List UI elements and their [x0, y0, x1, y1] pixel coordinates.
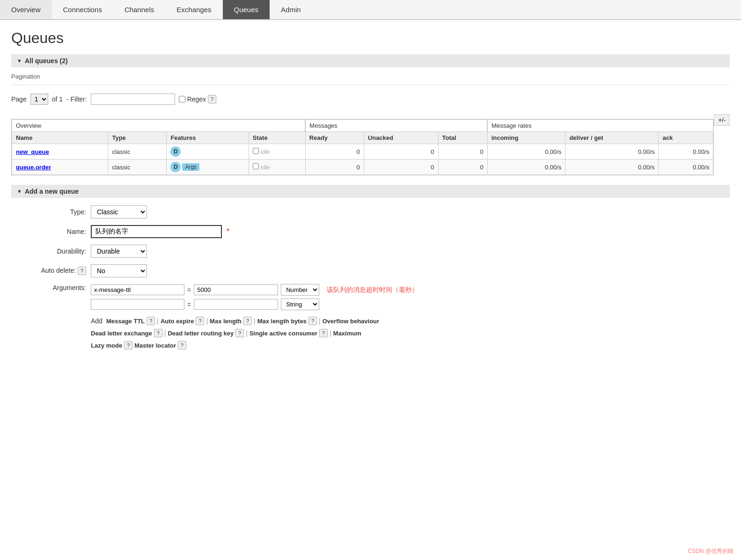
shortcut-max-length[interactable]: Max length — [210, 318, 242, 325]
queue-unacked: 0 — [364, 160, 438, 175]
auto-expire-help[interactable]: ? — [196, 317, 204, 325]
add-queue-header[interactable]: ▼ Add a new queue — [11, 185, 730, 198]
table-row[interactable]: queue.orderclassicDArgsidle0000.00/s0.00… — [12, 160, 713, 175]
durability-row: Durability: Durable Transient — [39, 245, 730, 258]
chevron-icon: ▼ — [17, 58, 22, 64]
shortcuts-row-3: Lazy mode ? Master locator ? — [39, 341, 730, 349]
filter-label: - Filter: — [66, 95, 87, 103]
max-length-help[interactable]: ? — [243, 317, 252, 325]
dead-letter-routing-key-help[interactable]: ? — [235, 329, 244, 337]
regex-checkbox[interactable] — [179, 96, 185, 102]
queue-ack: 0.00/s — [659, 160, 713, 175]
queue-type: classic — [108, 144, 167, 160]
arg2-key-input[interactable] — [91, 299, 184, 310]
pagination-section: Pagination Page 1 of 1 - Filter: Regex ? — [11, 67, 730, 114]
arg1-val-input[interactable] — [194, 284, 278, 295]
queue-incoming: 0.00/s — [487, 144, 565, 160]
queue-ready: 0 — [305, 160, 364, 175]
shortcut-master-locator[interactable]: Master locator — [134, 342, 176, 349]
nav-item-queues[interactable]: Queues — [223, 0, 270, 19]
name-row: Name: * — [39, 225, 730, 238]
lazy-mode-help[interactable]: ? — [124, 341, 132, 349]
nav-item-channels[interactable]: Channels — [113, 0, 165, 19]
col-type: Type — [108, 132, 167, 144]
arg2-val-input[interactable] — [194, 299, 278, 310]
nav-item-admin[interactable]: Admin — [270, 0, 312, 19]
of-label: of 1 — [52, 95, 63, 103]
shortcut-lazy-mode[interactable]: Lazy mode — [91, 342, 122, 349]
arg1-line: = Number String Boolean 该队列的消息超时时间（毫秒） — [91, 284, 418, 296]
col-incoming: incoming — [487, 132, 565, 144]
page-title: Queues — [11, 29, 730, 47]
durability-select[interactable]: Durable Transient — [91, 245, 147, 258]
all-queues-header[interactable]: ▼ All queues (2) — [11, 54, 730, 67]
queue-name[interactable]: new_queue — [12, 144, 108, 160]
queue-total: 0 — [438, 160, 487, 175]
queue-ack: 0.00/s — [659, 144, 713, 160]
table-row[interactable]: new_queueclassicDidle0000.00/s0.00/s0.00… — [12, 144, 713, 160]
shortcut-dead-letter-exchange[interactable]: Dead letter exchange — [91, 330, 152, 337]
filter-input[interactable] — [91, 94, 175, 105]
add-label: Add — [91, 317, 103, 325]
shortcut-single-active-consumer[interactable]: Single active consumer — [249, 330, 317, 337]
type-select[interactable]: Classic Quorum Stream — [91, 205, 147, 218]
shortcut-message-ttl[interactable]: Message TTL — [106, 318, 145, 325]
nav-item-overview[interactable]: Overview — [0, 0, 52, 19]
queue-table-container: Overview Messages Message rates Name Typ… — [11, 119, 714, 175]
pagination-label: Pagination — [11, 73, 730, 80]
max-length-bytes-help[interactable]: ? — [308, 317, 317, 325]
nav-item-connections[interactable]: Connections — [52, 0, 113, 19]
queue-ready: 0 — [305, 144, 364, 160]
group-messages: Messages — [305, 120, 487, 132]
shortcut-max-length-bytes[interactable]: Max length bytes — [257, 318, 307, 325]
col-features: Features — [167, 132, 249, 144]
add-queue-section: ▼ Add a new queue Type: Classic Quorum S… — [11, 185, 730, 361]
name-label: Name: — [39, 228, 86, 235]
add-queue-form: Type: Classic Quorum Stream Name: * Dura… — [11, 198, 730, 361]
shortcuts-row-1: Add Message TTL ? | Auto expire ? | Max … — [39, 317, 730, 325]
queue-incoming: 0.00/s — [487, 160, 565, 175]
queue-features: D — [167, 144, 249, 160]
shortcut-overflow-behaviour[interactable]: Overflow behaviour — [323, 318, 379, 325]
table-scroll: Overview Messages Message rates Name Typ… — [11, 114, 714, 175]
regex-container: Regex ? — [179, 95, 216, 103]
auto-delete-row: Auto delete: ? No Yes — [39, 264, 730, 277]
queue-name[interactable]: queue.order — [12, 160, 108, 175]
arg2-line: = String Number Boolean — [91, 298, 418, 310]
queue-state: idle — [249, 144, 305, 160]
arg2-type-select[interactable]: String Number Boolean — [281, 298, 319, 310]
msg-ttl-help[interactable]: ? — [147, 317, 155, 325]
plus-minus-button[interactable]: +/- — [714, 114, 730, 126]
dead-letter-exchange-help[interactable]: ? — [154, 329, 162, 337]
col-unacked: Unacked — [364, 132, 438, 144]
shortcuts-row-2: Dead letter exchange ? | Dead letter rou… — [39, 329, 730, 337]
chevron-icon-add: ▼ — [17, 189, 22, 194]
page-label: Page — [11, 95, 27, 103]
single-active-consumer-help[interactable]: ? — [319, 329, 328, 337]
nav-item-exchanges[interactable]: Exchanges — [165, 0, 222, 19]
pagination-controls: Page 1 of 1 - Filter: Regex ? — [11, 90, 730, 109]
type-label: Type: — [39, 208, 86, 216]
master-locator-help[interactable]: ? — [178, 341, 186, 349]
type-row: Type: Classic Quorum Stream — [39, 205, 730, 218]
required-star: * — [227, 227, 229, 236]
page-select[interactable]: 1 — [30, 94, 48, 105]
queue-deliver-get: 0.00/s — [565, 144, 659, 160]
auto-delete-select[interactable]: No Yes — [91, 264, 147, 277]
queue-type: classic — [108, 160, 167, 175]
regex-help-btn[interactable]: ? — [208, 95, 216, 103]
tooltip-note: 该队列的消息超时时间（毫秒） — [327, 286, 418, 294]
nav-bar: OverviewConnectionsChannelsExchangesQueu… — [0, 0, 741, 20]
col-ready: Ready — [305, 132, 364, 144]
regex-label: Regex — [187, 95, 206, 103]
shortcut-maximum[interactable]: Maximum — [333, 330, 361, 337]
arg1-key-input[interactable] — [91, 284, 184, 295]
add-queue-label: Add a new queue — [25, 188, 79, 195]
arg1-type-select[interactable]: Number String Boolean — [281, 284, 319, 296]
arg2-eq: = — [187, 301, 191, 308]
name-input[interactable] — [91, 225, 222, 238]
shortcut-dead-letter-routing-key[interactable]: Dead letter routing key — [168, 330, 234, 337]
shortcut-auto-expire[interactable]: Auto expire — [161, 318, 194, 325]
arguments-label: Arguments: — [39, 284, 86, 291]
auto-delete-help-btn[interactable]: ? — [78, 267, 86, 275]
